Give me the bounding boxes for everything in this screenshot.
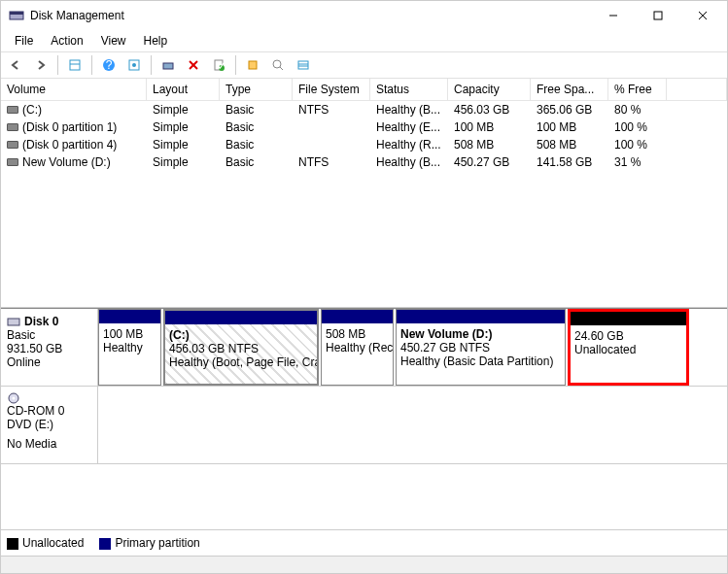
view-options-button[interactable] xyxy=(64,54,86,76)
list-button[interactable] xyxy=(293,54,314,76)
svg-point-26 xyxy=(13,397,16,400)
part-name: (C:) xyxy=(169,328,313,342)
menu-help[interactable]: Help xyxy=(136,32,176,50)
title-bar: Disk Management xyxy=(1,1,727,30)
vol-capacity: 456.03 GB xyxy=(448,101,531,118)
disk-icon xyxy=(7,316,20,327)
part-size: 24.60 GB xyxy=(574,329,682,343)
partition-unallocated[interactable]: 24.60 GB Unallocated xyxy=(568,309,689,386)
partition-1[interactable]: 100 MB Healthy xyxy=(98,309,161,386)
volume-table: Volume Layout Type File System Status Ca… xyxy=(1,79,727,308)
cdrom-icon xyxy=(7,392,91,404)
disk-state: Online xyxy=(7,355,91,369)
volume-icon xyxy=(7,141,18,149)
new-volume-button[interactable] xyxy=(242,54,263,76)
part-name: New Volume (D:) xyxy=(400,327,561,341)
part-status: Unallocated xyxy=(574,343,682,356)
settings-button[interactable] xyxy=(123,54,145,76)
vol-fs xyxy=(293,136,370,153)
col-extra[interactable] xyxy=(667,79,727,100)
col-pct-free[interactable]: % Free xyxy=(608,79,667,100)
vol-fs: NTFS xyxy=(293,101,370,118)
back-button[interactable] xyxy=(5,54,26,76)
graphical-view: Disk 0 Basic 931.50 GB Online 100 MB Hea… xyxy=(1,308,727,556)
delete-button[interactable] xyxy=(183,54,204,76)
vol-status: Healthy (B... xyxy=(370,153,448,171)
col-capacity[interactable]: Capacity xyxy=(448,79,531,100)
partition-c[interactable]: (C:) 456.03 GB NTFS Healthy (Boot, Page … xyxy=(163,309,319,386)
cdrom-header[interactable]: CD-ROM 0 DVD (E:) No Media xyxy=(1,387,98,463)
legend: Unallocated Primary partition xyxy=(1,529,727,556)
legend-unallocated: Unallocated xyxy=(7,536,84,550)
rescan-button[interactable] xyxy=(157,54,179,76)
svg-line-20 xyxy=(280,67,283,70)
part-size: 450.27 GB NTFS xyxy=(400,341,561,355)
menu-action[interactable]: Action xyxy=(43,32,90,50)
col-volume[interactable]: Volume xyxy=(1,79,147,100)
part-size: 508 MB xyxy=(326,327,389,341)
disk-size: 931.50 GB xyxy=(7,342,91,355)
part-status: Healthy xyxy=(103,341,156,355)
close-button[interactable] xyxy=(680,1,725,30)
table-row[interactable]: New Volume (D:)SimpleBasicNTFSHealthy (B… xyxy=(1,153,727,171)
window-title: Disk Management xyxy=(30,9,591,22)
disk-header[interactable]: Disk 0 Basic 931.50 GB Online xyxy=(1,309,98,386)
svg-rect-18 xyxy=(249,61,257,69)
partition-4[interactable]: 508 MB Healthy (Rec xyxy=(321,309,394,386)
vol-type: Basic xyxy=(220,101,293,118)
col-layout[interactable]: Layout xyxy=(147,79,220,100)
col-type[interactable]: Type xyxy=(220,79,293,100)
properties-button[interactable]: ✓ xyxy=(208,54,229,76)
vol-capacity: 450.27 GB xyxy=(448,153,531,171)
col-filesystem[interactable]: File System xyxy=(293,79,370,100)
table-row[interactable]: (C:)SimpleBasicNTFSHealthy (B...456.03 G… xyxy=(1,101,727,118)
svg-point-11 xyxy=(132,63,136,67)
legend-primary: Primary partition xyxy=(99,536,199,550)
forward-button[interactable] xyxy=(30,54,52,76)
vol-pct: 100 % xyxy=(608,118,667,136)
toolbar: ? ✓ xyxy=(1,51,727,79)
volume-icon xyxy=(7,123,18,131)
vol-type: Basic xyxy=(220,118,293,136)
vol-pct: 100 % xyxy=(608,136,667,153)
col-free-space[interactable]: Free Spa... xyxy=(531,79,608,100)
volume-icon xyxy=(7,106,18,114)
volume-icon xyxy=(7,158,18,166)
svg-rect-12 xyxy=(163,63,173,69)
svg-text:✓: ✓ xyxy=(217,59,225,72)
vol-free: 100 MB xyxy=(531,118,608,136)
menu-file[interactable]: File xyxy=(7,32,41,50)
svg-text:?: ? xyxy=(106,58,113,72)
part-size: 456.03 GB NTFS xyxy=(169,342,313,355)
vol-fs: NTFS xyxy=(293,153,370,171)
cdrom-name: CD-ROM 0 xyxy=(7,404,64,418)
minimize-button[interactable] xyxy=(591,1,636,30)
svg-rect-1 xyxy=(10,12,23,15)
cdrom-type: DVD (E:) xyxy=(7,418,91,431)
vol-name: (Disk 0 partition 4) xyxy=(22,138,117,152)
vol-layout: Simple xyxy=(147,153,220,171)
col-status[interactable]: Status xyxy=(370,79,448,100)
table-row[interactable]: (Disk 0 partition 1)SimpleBasicHealthy (… xyxy=(1,118,727,136)
help-button[interactable]: ? xyxy=(98,54,120,76)
maximize-button[interactable] xyxy=(636,1,680,30)
disk-name: Disk 0 xyxy=(24,315,58,328)
svg-rect-21 xyxy=(298,61,308,69)
vol-capacity: 100 MB xyxy=(448,118,531,136)
cdrom-row: CD-ROM 0 DVD (E:) No Media xyxy=(1,387,727,464)
vol-name: (Disk 0 partition 1) xyxy=(22,120,117,134)
vol-pct: 80 % xyxy=(608,101,667,118)
find-button[interactable] xyxy=(267,54,289,76)
svg-rect-24 xyxy=(8,319,19,325)
menu-view[interactable]: View xyxy=(93,32,134,50)
table-row[interactable]: (Disk 0 partition 4)SimpleBasicHealthy (… xyxy=(1,136,727,153)
vol-layout: Simple xyxy=(147,136,220,153)
cdrom-state: No Media xyxy=(7,437,91,451)
svg-rect-6 xyxy=(70,60,80,70)
partition-d[interactable]: New Volume (D:) 450.27 GB NTFS Healthy (… xyxy=(396,309,566,386)
vol-free: 141.58 GB xyxy=(531,153,608,171)
vol-type: Basic xyxy=(220,153,293,171)
vol-capacity: 508 MB xyxy=(448,136,531,153)
disk-type: Basic xyxy=(7,328,91,342)
vol-fs xyxy=(293,118,370,136)
